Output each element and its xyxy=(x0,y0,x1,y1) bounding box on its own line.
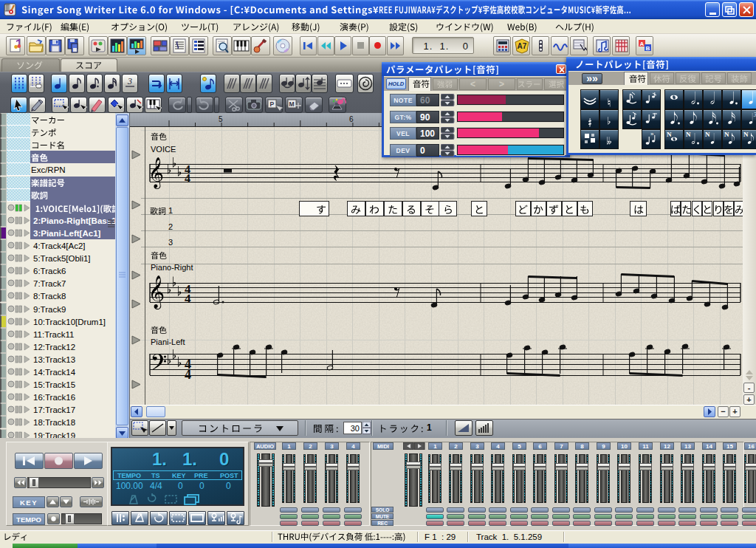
svg-text:P: P xyxy=(270,100,275,108)
svg-text:PRE: PRE xyxy=(194,472,208,479)
svg-text:N: N xyxy=(667,131,672,138)
svg-text:A7: A7 xyxy=(518,42,527,50)
svg-text:N: N xyxy=(724,131,729,138)
svg-text:A: A xyxy=(640,41,645,47)
svg-text:4: 4 xyxy=(185,172,190,185)
svg-text:POST: POST xyxy=(220,472,238,479)
svg-text:6: 6 xyxy=(349,115,354,123)
svg-text:3: 3 xyxy=(753,112,756,118)
svg-text:TS: TS xyxy=(151,472,160,479)
svg-text:B: B xyxy=(646,45,650,52)
svg-text:3: 3 xyxy=(127,76,132,86)
svg-text:N: N xyxy=(743,131,749,138)
svg-text:N: N xyxy=(686,131,691,138)
svg-text:4: 4 xyxy=(185,367,191,382)
svg-text:M: M xyxy=(289,100,295,108)
svg-text:»: » xyxy=(650,131,654,137)
svg-text:4: 4 xyxy=(185,292,191,306)
svg-text:TEMPO: TEMPO xyxy=(117,472,141,479)
svg-text:N: N xyxy=(705,131,710,138)
svg-text:5: 5 xyxy=(219,115,223,123)
svg-text:KEY: KEY xyxy=(172,472,186,479)
